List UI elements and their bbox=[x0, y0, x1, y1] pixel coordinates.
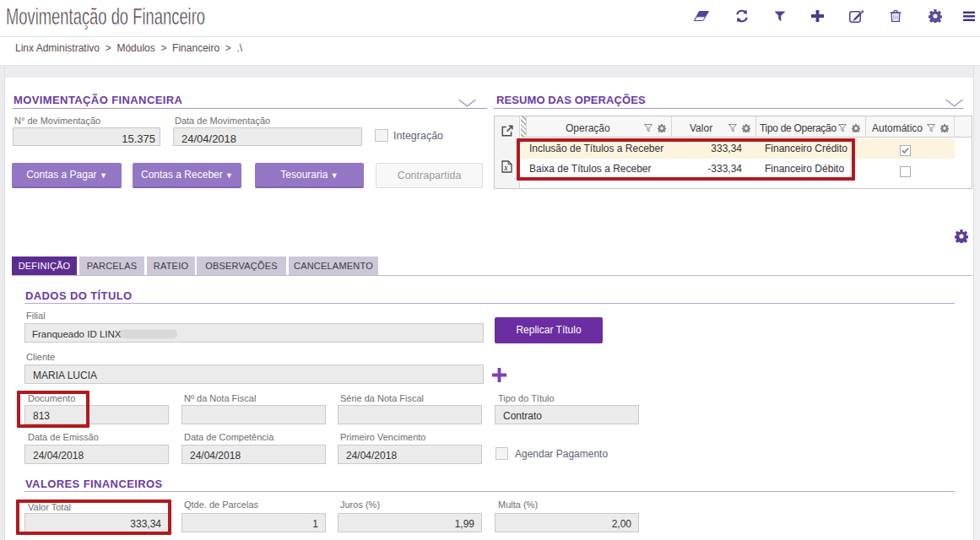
svg-text:x: x bbox=[503, 164, 508, 172]
